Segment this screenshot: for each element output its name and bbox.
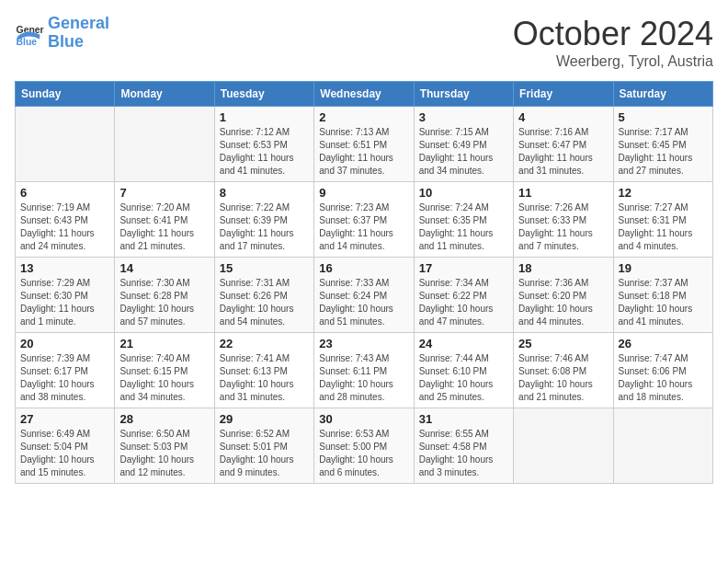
- calendar-cell: 3Sunrise: 7:15 AM Sunset: 6:49 PM Daylig…: [414, 107, 513, 182]
- day-number: 2: [319, 110, 408, 124]
- weekday-header: Wednesday: [314, 82, 414, 107]
- day-number: 29: [220, 412, 309, 426]
- day-info: Sunrise: 7:31 AM Sunset: 6:26 PM Dayligh…: [220, 277, 309, 328]
- calendar-cell: 8Sunrise: 7:22 AM Sunset: 6:39 PM Daylig…: [214, 182, 313, 258]
- logo-text: General Blue: [48, 15, 109, 52]
- day-number: 21: [119, 337, 209, 350]
- title-block: October 2024 Weerberg, Tyrol, Austria: [513, 15, 713, 70]
- day-info: Sunrise: 7:40 AM Sunset: 6:15 PM Dayligh…: [119, 352, 209, 404]
- day-info: Sunrise: 7:43 AM Sunset: 6:11 PM Dayligh…: [319, 352, 408, 404]
- day-number: 28: [119, 412, 209, 426]
- day-info: Sunrise: 7:44 AM Sunset: 6:10 PM Dayligh…: [419, 352, 508, 404]
- day-info: Sunrise: 7:33 AM Sunset: 6:24 PM Dayligh…: [319, 277, 408, 328]
- logo: General Blue General Blue: [15, 15, 109, 52]
- day-number: 14: [119, 261, 209, 275]
- day-info: Sunrise: 7:41 AM Sunset: 6:13 PM Dayligh…: [220, 352, 309, 404]
- day-info: Sunrise: 7:22 AM Sunset: 6:39 PM Dayligh…: [220, 201, 309, 253]
- day-number: 17: [419, 261, 508, 275]
- day-number: 25: [518, 337, 608, 350]
- calendar-cell: 28Sunrise: 6:50 AM Sunset: 5:03 PM Dayli…: [115, 408, 214, 484]
- calendar-cell: 1Sunrise: 7:12 AM Sunset: 6:53 PM Daylig…: [214, 107, 313, 182]
- day-info: Sunrise: 6:50 AM Sunset: 5:03 PM Dayligh…: [119, 428, 209, 479]
- calendar-cell: 15Sunrise: 7:31 AM Sunset: 6:26 PM Dayli…: [214, 258, 313, 333]
- day-info: Sunrise: 7:12 AM Sunset: 6:53 PM Dayligh…: [220, 126, 309, 178]
- calendar-cell: 20Sunrise: 7:39 AM Sunset: 6:17 PM Dayli…: [16, 333, 115, 408]
- day-number: 26: [619, 337, 708, 350]
- day-info: Sunrise: 7:26 AM Sunset: 6:33 PM Dayligh…: [518, 201, 608, 253]
- calendar-cell: 9Sunrise: 7:23 AM Sunset: 6:37 PM Daylig…: [314, 182, 414, 258]
- calendar-cell: 11Sunrise: 7:26 AM Sunset: 6:33 PM Dayli…: [514, 182, 613, 258]
- calendar-cell: 30Sunrise: 6:53 AM Sunset: 5:00 PM Dayli…: [314, 408, 414, 484]
- weekday-header: Friday: [514, 82, 613, 107]
- calendar-cell: 17Sunrise: 7:34 AM Sunset: 6:22 PM Dayli…: [414, 258, 513, 333]
- day-number: 22: [220, 337, 309, 350]
- calendar-cell: 10Sunrise: 7:24 AM Sunset: 6:35 PM Dayli…: [414, 182, 513, 258]
- calendar-location: Weerberg, Tyrol, Austria: [513, 53, 713, 70]
- calendar-cell: 25Sunrise: 7:46 AM Sunset: 6:08 PM Dayli…: [514, 333, 613, 408]
- day-number: 9: [319, 186, 408, 200]
- logo-general: General: [48, 14, 109, 32]
- calendar-cell: 2Sunrise: 7:13 AM Sunset: 6:51 PM Daylig…: [314, 107, 414, 182]
- calendar-cell: 19Sunrise: 7:37 AM Sunset: 6:18 PM Dayli…: [613, 258, 712, 333]
- calendar-cell: 14Sunrise: 7:30 AM Sunset: 6:28 PM Dayli…: [115, 258, 214, 333]
- calendar-table: SundayMondayTuesdayWednesdayThursdayFrid…: [15, 81, 713, 484]
- calendar-cell: [514, 408, 613, 484]
- calendar-cell: 4Sunrise: 7:16 AM Sunset: 6:47 PM Daylig…: [514, 107, 613, 182]
- calendar-cell: 23Sunrise: 7:43 AM Sunset: 6:11 PM Dayli…: [314, 333, 414, 408]
- calendar-cell: 6Sunrise: 7:19 AM Sunset: 6:43 PM Daylig…: [16, 182, 115, 258]
- day-info: Sunrise: 7:29 AM Sunset: 6:30 PM Dayligh…: [20, 277, 109, 328]
- svg-text:Blue: Blue: [17, 37, 38, 47]
- weekday-header: Saturday: [613, 82, 712, 107]
- day-number: 27: [20, 412, 109, 426]
- day-info: Sunrise: 7:17 AM Sunset: 6:45 PM Dayligh…: [619, 126, 708, 178]
- calendar-cell: 18Sunrise: 7:36 AM Sunset: 6:20 PM Dayli…: [514, 258, 613, 333]
- weekday-header-row: SundayMondayTuesdayWednesdayThursdayFrid…: [16, 82, 713, 107]
- day-number: 16: [319, 261, 408, 275]
- page-header: General Blue General Blue October 2024 W…: [15, 15, 713, 70]
- calendar-cell: 16Sunrise: 7:33 AM Sunset: 6:24 PM Dayli…: [314, 258, 414, 333]
- weekday-header: Tuesday: [214, 82, 313, 107]
- day-number: 18: [518, 261, 608, 275]
- day-number: 30: [319, 412, 408, 426]
- day-info: Sunrise: 7:13 AM Sunset: 6:51 PM Dayligh…: [319, 126, 408, 178]
- calendar-cell: 7Sunrise: 7:20 AM Sunset: 6:41 PM Daylig…: [115, 182, 214, 258]
- day-number: 20: [20, 337, 109, 350]
- calendar-week-row: 6Sunrise: 7:19 AM Sunset: 6:43 PM Daylig…: [16, 182, 713, 258]
- day-number: 7: [119, 186, 209, 200]
- day-info: Sunrise: 6:53 AM Sunset: 5:00 PM Dayligh…: [319, 428, 408, 479]
- calendar-cell: [613, 408, 712, 484]
- day-info: Sunrise: 7:24 AM Sunset: 6:35 PM Dayligh…: [419, 201, 508, 253]
- calendar-cell: [115, 107, 214, 182]
- calendar-cell: 22Sunrise: 7:41 AM Sunset: 6:13 PM Dayli…: [214, 333, 313, 408]
- day-info: Sunrise: 7:20 AM Sunset: 6:41 PM Dayligh…: [119, 201, 209, 253]
- day-number: 1: [220, 110, 309, 124]
- day-number: 5: [619, 110, 708, 124]
- calendar-cell: 12Sunrise: 7:27 AM Sunset: 6:31 PM Dayli…: [613, 182, 712, 258]
- day-number: 11: [518, 186, 608, 200]
- day-info: Sunrise: 7:15 AM Sunset: 6:49 PM Dayligh…: [419, 126, 508, 178]
- day-info: Sunrise: 7:30 AM Sunset: 6:28 PM Dayligh…: [119, 277, 209, 328]
- calendar-week-row: 13Sunrise: 7:29 AM Sunset: 6:30 PM Dayli…: [16, 258, 713, 333]
- day-info: Sunrise: 7:46 AM Sunset: 6:08 PM Dayligh…: [518, 352, 608, 404]
- calendar-cell: 29Sunrise: 6:52 AM Sunset: 5:01 PM Dayli…: [214, 408, 313, 484]
- day-number: 23: [319, 337, 408, 350]
- day-number: 10: [419, 186, 508, 200]
- day-info: Sunrise: 7:37 AM Sunset: 6:18 PM Dayligh…: [619, 277, 708, 328]
- calendar-week-row: 27Sunrise: 6:49 AM Sunset: 5:04 PM Dayli…: [16, 408, 713, 484]
- calendar-title: October 2024: [513, 15, 713, 53]
- day-info: Sunrise: 7:23 AM Sunset: 6:37 PM Dayligh…: [319, 201, 408, 253]
- calendar-cell: 24Sunrise: 7:44 AM Sunset: 6:10 PM Dayli…: [414, 333, 513, 408]
- logo-icon: General Blue: [15, 18, 44, 48]
- day-info: Sunrise: 7:39 AM Sunset: 6:17 PM Dayligh…: [20, 352, 109, 404]
- day-number: 12: [619, 186, 708, 200]
- day-info: Sunrise: 7:16 AM Sunset: 6:47 PM Dayligh…: [518, 126, 608, 178]
- calendar-cell: 5Sunrise: 7:17 AM Sunset: 6:45 PM Daylig…: [613, 107, 712, 182]
- day-info: Sunrise: 6:49 AM Sunset: 5:04 PM Dayligh…: [20, 428, 109, 479]
- logo-blue: Blue: [48, 32, 84, 51]
- day-number: 6: [20, 186, 109, 200]
- day-info: Sunrise: 7:27 AM Sunset: 6:31 PM Dayligh…: [619, 201, 708, 253]
- day-info: Sunrise: 6:55 AM Sunset: 4:58 PM Dayligh…: [419, 428, 508, 479]
- day-number: 19: [619, 261, 708, 275]
- day-number: 13: [20, 261, 109, 275]
- calendar-cell: 13Sunrise: 7:29 AM Sunset: 6:30 PM Dayli…: [16, 258, 115, 333]
